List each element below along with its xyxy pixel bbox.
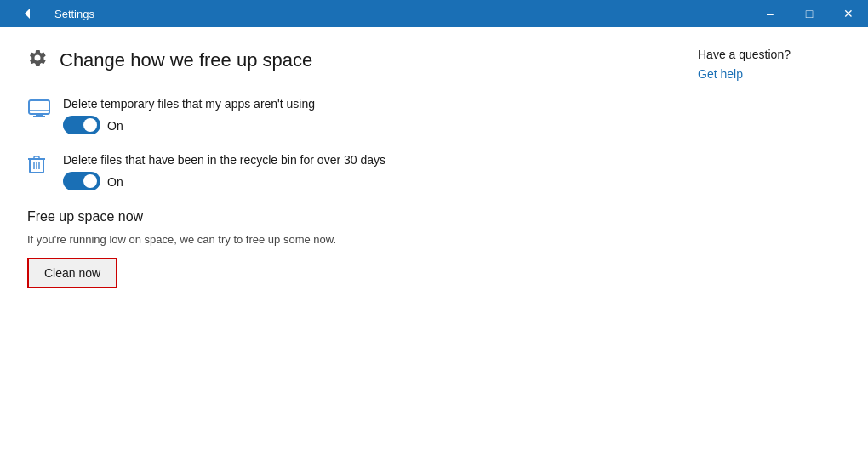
help-title: Have a question? — [698, 48, 851, 61]
svg-marker-0 — [25, 9, 30, 19]
section-description: If you're running low on space, we can t… — [27, 233, 654, 246]
svg-rect-3 — [33, 116, 45, 117]
titlebar-title: Settings — [54, 8, 94, 20]
main-panel: Change how we free up space Delete tempo… — [0, 27, 681, 449]
content-area: Change how we free up space Delete tempo… — [0, 27, 868, 449]
section-title: Free up space now — [27, 209, 654, 224]
setting2-toggle-thumb — [83, 174, 97, 188]
setting2-toggle-track — [63, 172, 100, 190]
monitor-icon — [27, 99, 51, 124]
clean-now-button[interactable]: Clean now — [27, 258, 117, 288]
get-help-link[interactable]: Get help — [698, 67, 743, 81]
svg-rect-7 — [34, 156, 39, 159]
free-up-section: Free up space now If you're running low … — [27, 209, 654, 288]
page-title: Change how we free up space — [60, 49, 312, 71]
setting2-toggle[interactable] — [63, 172, 100, 192]
page-title-row: Change how we free up space — [27, 48, 654, 73]
setting1-toggle-label: On — [107, 119, 123, 133]
setting2-toggle-row: On — [63, 172, 385, 192]
setting-recycle-bin: Delete files that have been in the recyc… — [27, 153, 654, 192]
svg-rect-1 — [29, 100, 49, 114]
setting2-label: Delete files that have been in the recyc… — [63, 153, 385, 167]
titlebar: Settings – □ ✕ — [0, 0, 868, 27]
setting1-toggle-thumb — [83, 118, 97, 132]
close-button[interactable]: ✕ — [829, 0, 868, 27]
setting1-toggle-row: On — [63, 116, 315, 136]
setting2-content: Delete files that have been in the recyc… — [63, 153, 385, 192]
setting1-toggle-track — [63, 116, 100, 134]
titlebar-left: Settings — [7, 0, 94, 27]
setting1-content: Delete temporary files that my apps aren… — [63, 97, 315, 136]
restore-button[interactable]: □ — [790, 0, 829, 27]
gear-icon — [27, 48, 48, 73]
sidebar-help: Have a question? Get help — [681, 27, 868, 449]
svg-rect-2 — [36, 114, 43, 116]
minimize-button[interactable]: – — [751, 0, 790, 27]
setting1-label: Delete temporary files that my apps aren… — [63, 97, 315, 111]
setting-temp-files: Delete temporary files that my apps aren… — [27, 97, 654, 136]
titlebar-controls: – □ ✕ — [751, 0, 868, 27]
setting1-toggle[interactable] — [63, 116, 100, 136]
setting2-toggle-label: On — [107, 175, 123, 189]
back-button[interactable] — [7, 0, 48, 27]
trash-icon — [27, 155, 51, 180]
